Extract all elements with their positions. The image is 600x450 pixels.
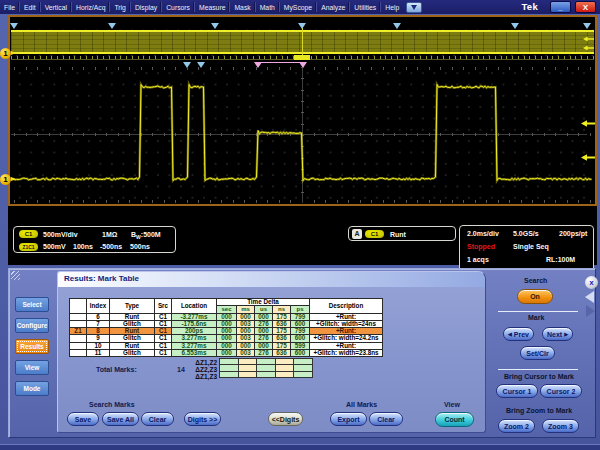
table-cell: 799 [291,313,310,320]
clear-all-marks-button[interactable]: Clear [369,412,403,426]
table-cell: +Runt: [310,342,383,349]
panel-close-button[interactable]: x [585,276,598,289]
graticule-frame [8,15,597,206]
table-cell: 7 [87,320,110,327]
prev-mark-button[interactable]: ◀ Prev [503,327,534,341]
save-all-button[interactable]: Save All [102,412,139,426]
tab-select[interactable]: Select [15,297,49,312]
table-cell: 3.277ms [172,335,217,342]
menu-edit[interactable]: Edit [20,0,40,14]
oscilloscope-screen: FileEditVerticalHoriz/AcqTrigDisplayCurs… [0,0,600,450]
search-label: Search [524,277,547,284]
table-cell: 8 [87,328,110,335]
trigger-lower-threshold-arrow[interactable] [581,154,595,161]
table-row[interactable]: 10RuntC13.277ms000000000175599+Runt: [70,342,383,349]
table-cell: 799 [291,328,310,335]
table-cell: 000 [217,320,237,327]
zoom2-button[interactable]: Zoom 2 [498,419,535,433]
menu-vertical[interactable]: Vertical [41,0,71,14]
menu-cursors[interactable]: Cursors [162,0,194,14]
zoom3-button[interactable]: Zoom 3 [542,419,579,433]
acq-mode: Single Seq [513,243,549,250]
menu-measure[interactable]: Measure [195,0,229,14]
table-cell: Z1 [70,328,87,335]
expand-right-icon[interactable] [586,305,595,317]
table-cell: -3.277ms [172,313,217,320]
panel-resize-grip[interactable] [11,271,20,280]
channel1-main-marker[interactable]: 1 [0,174,11,185]
table-cell: 003 [237,320,255,327]
zoom-time: 100ns [73,243,93,250]
trigger-a-icon: A [352,229,362,239]
menu-utilities[interactable]: Utilities [350,0,380,14]
ch1-scale: 500mV/div [43,231,78,238]
delta-cell [294,371,313,377]
tab-mode[interactable]: Mode [15,381,49,396]
table-cell: 636 [273,350,291,357]
clear-search-marks-button[interactable]: Clear [141,412,174,426]
table-cell: 175 [273,328,291,335]
overview-upper-threshold-arrow [583,36,594,42]
record-length: RL:100M [546,256,575,263]
table-cell: Glitch [110,335,155,342]
menu-horiz-acq[interactable]: Horiz/Acq [72,0,109,14]
menu-mask[interactable]: Mask [230,0,254,14]
table-row[interactable]: 11GlitchC16.553ms000003276636600+Glitch:… [70,350,383,357]
menu-trig[interactable]: Trig [110,0,129,14]
table-row[interactable]: 6RuntC1-3.277ms000000000175799+Runt: [70,313,383,320]
table-cell: -175.6ns [172,320,217,327]
digits-back-button[interactable]: <<Digits [268,412,303,426]
menu-display[interactable]: Display [131,0,161,14]
table-cell: 000 [255,313,273,320]
table-cell: 6.553ms [172,350,217,357]
search-on-button[interactable]: On [517,289,553,304]
table-cell: 000 [237,313,255,320]
tab-configure[interactable]: Configure [15,318,49,333]
trigger-upper-threshold-arrow[interactable] [581,120,595,127]
trigger-source-badge: C1 [365,230,384,238]
export-button[interactable]: Export [330,412,367,426]
table-cell: C1 [155,313,172,320]
table-cell: 9 [87,335,110,342]
trigger-readout-box: A C1 Runt [348,226,456,241]
close-button[interactable]: X [575,1,596,13]
col-header: Index [87,299,110,314]
acq-count: 1 acqs [467,256,489,263]
save-button[interactable]: Save [67,412,99,426]
table-cell: 3.277ms [172,342,217,349]
divider-2 [498,369,578,370]
collapse-left-icon[interactable] [585,291,594,303]
waveform-traces [10,17,595,204]
count-button[interactable]: Count [435,412,474,427]
table-row[interactable]: 9GlitchC13.277ms000003276636600+Glitch: … [70,335,383,342]
table-row[interactable]: 7GlitchC1-175.6ns000003276636600+Glitch:… [70,320,383,327]
minimize-button[interactable]: _ [550,1,571,13]
digits-forward-button[interactable]: Digits >> [184,412,221,426]
tab-results[interactable]: Results [15,339,49,354]
table-cell: 175 [273,342,291,349]
bring-cursor-label: Bring Cursor to Mark [504,373,574,380]
next-mark-button[interactable]: Next ▶ [542,327,573,341]
table-row[interactable]: Z18RuntC1200ps000000000175799+Runt: [70,328,383,335]
menu-analyze[interactable]: Analyze [317,0,349,14]
total-marks-value: 14 [177,366,185,373]
cursor1-button[interactable]: Cursor 1 [496,384,538,398]
menu-math[interactable]: Math [256,0,279,14]
tab-view[interactable]: View [15,360,49,375]
menu-file[interactable]: File [0,0,19,14]
delta-label: ΔZ1,Z2 [177,359,217,366]
channel1-overview-marker[interactable]: 1 [0,48,11,59]
table-cell: Runt [110,313,155,320]
menu-help[interactable]: Help [381,0,403,14]
results-panel: SelectConfigureResultsViewMode Results: … [8,268,596,438]
table-cell [70,342,87,349]
table-cell: 600 [291,335,310,342]
set-clear-mark-button[interactable]: Set/Clr [520,346,555,360]
menu-dropdown-button[interactable] [406,2,422,13]
table-cell: C1 [155,328,172,335]
cursor2-button[interactable]: Cursor 2 [540,384,582,398]
table-cell: C1 [155,335,172,342]
table-cell: 636 [273,335,291,342]
menu-myscope[interactable]: MyScope [280,0,316,14]
trace-glow [12,85,592,181]
